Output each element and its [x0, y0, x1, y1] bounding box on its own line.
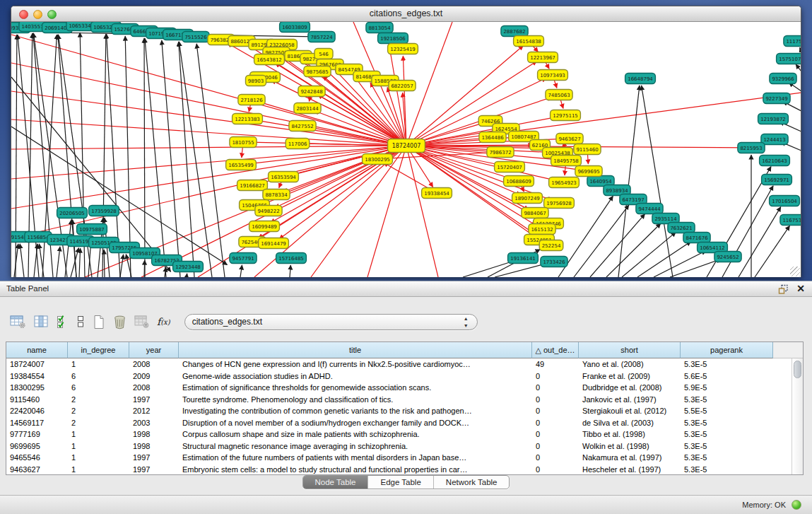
- table-cell[interactable]: 2003: [129, 417, 179, 429]
- graph-node[interactable]: 1733426: [541, 257, 567, 267]
- graph-node[interactable]: 98903: [246, 76, 266, 86]
- graph-node[interactable]: 8215953: [738, 143, 765, 153]
- table-cell[interactable]: Structural magnetic resonance image aver…: [179, 440, 532, 452]
- table-cell[interactable]: 1: [68, 358, 129, 370]
- table-row[interactable]: 946554611997Estimation of the future num…: [6, 452, 792, 464]
- table-cell[interactable]: 18300295: [6, 382, 68, 394]
- table-cell[interactable]: Estimation of the future numbers of pati…: [179, 452, 532, 464]
- graph-node[interactable]: 117006: [286, 139, 310, 149]
- graph-node[interactable]: 9463627: [556, 134, 583, 144]
- graph-node[interactable]: 10973493: [538, 70, 568, 81]
- table-cell[interactable]: 9777169: [6, 428, 68, 440]
- table-cell[interactable]: Dudbridge et al. (2008): [579, 382, 681, 394]
- graph-node[interactable]: 9474444: [636, 204, 663, 214]
- table-cell[interactable]: Tibbo et al. (1998): [579, 428, 681, 440]
- graph-node[interactable]: 18300295: [363, 154, 393, 165]
- close-button[interactable]: [19, 10, 28, 19]
- table-row[interactable]: 2242004622012Investigating the contribut…: [6, 405, 792, 417]
- show-columns-icon[interactable]: [34, 313, 49, 330]
- graph-node[interactable]: 9245652: [714, 252, 741, 262]
- graph-node[interactable]: 8427552: [289, 121, 316, 132]
- tab-edge-table[interactable]: Edge Table: [368, 476, 433, 489]
- column-header-title[interactable]: title: [179, 342, 532, 358]
- graph-node[interactable]: 15692971: [762, 175, 792, 185]
- graph-node[interactable]: 9227349: [763, 93, 790, 104]
- table-cell[interactable]: 2: [68, 405, 129, 417]
- graph-node[interactable]: 1065334: [66, 22, 93, 31]
- graph-node[interactable]: 7515526: [182, 32, 209, 42]
- table-cell[interactable]: 0: [532, 464, 579, 476]
- table-cell[interactable]: 1: [68, 428, 129, 440]
- table-cell[interactable]: 18724007: [6, 358, 68, 370]
- graph-node[interactable]: 7857224: [308, 32, 335, 42]
- table-cell[interactable]: Franke et al. (2009): [579, 370, 681, 382]
- table-row[interactable]: 1456911722003Disruption of a novel membe…: [6, 417, 792, 429]
- graph-node[interactable]: 20206505: [57, 208, 88, 218]
- graph-node[interactable]: 16543812: [254, 54, 285, 65]
- graph-node[interactable]: 1167533: [780, 215, 801, 226]
- table-cell[interactable]: Hescheler et al. (1997): [579, 464, 681, 476]
- graph-node[interactable]: 19756928: [544, 198, 575, 209]
- graph-node[interactable]: 18907249: [512, 193, 543, 204]
- table-cell[interactable]: Nakamura et al. (1997): [579, 452, 681, 464]
- graph-node[interactable]: 7632621: [668, 223, 695, 233]
- table-cell[interactable]: 22420046: [6, 405, 68, 417]
- network-window-titlebar[interactable]: citations_edges.txt: [11, 6, 801, 22]
- table-cell[interactable]: 5.3E-5: [681, 394, 773, 406]
- graph-node[interactable]: 8878334: [263, 189, 290, 200]
- table-row[interactable]: 1938455462009Genome-wide association stu…: [6, 370, 792, 382]
- graph-node[interactable]: 9457791: [230, 253, 257, 264]
- float-panel-icon[interactable]: [778, 284, 789, 295]
- table-cell[interactable]: Wolkin et al. (1998): [579, 440, 681, 452]
- column-header-short[interactable]: short: [579, 342, 681, 358]
- table-cell[interactable]: 5.6E-5: [681, 370, 773, 382]
- delete-column-icon[interactable]: [134, 313, 149, 330]
- table-cell[interactable]: Yano et al. (2008): [579, 358, 681, 370]
- graph-node[interactable]: 8813054: [366, 23, 393, 33]
- table-row[interactable]: 977716911998Corpus callosum shape and si…: [6, 428, 792, 440]
- graph-node[interactable]: 17016504: [770, 196, 800, 206]
- tab-network-table[interactable]: Network Table: [434, 476, 510, 489]
- minimize-button[interactable]: [33, 10, 42, 19]
- graph-node[interactable]: 8471676: [683, 233, 710, 243]
- graph-node[interactable]: 19338454: [422, 188, 452, 199]
- graph-node[interactable]: 12923448: [173, 262, 204, 272]
- table-cell[interactable]: 2012: [129, 405, 179, 417]
- graph-node[interactable]: 16099489: [249, 221, 280, 232]
- table-source-select[interactable]: citations_edges.txt ▲▼: [184, 314, 478, 330]
- table-cell[interactable]: 5.3E-5: [681, 428, 773, 440]
- table-cell[interactable]: 9699695: [6, 440, 68, 452]
- column-header-in_degree[interactable]: in_degree: [68, 342, 129, 358]
- network-canvas[interactable]: 1872400718300295189355414035572069140610…: [11, 22, 801, 277]
- graph-node[interactable]: 16914479: [259, 238, 289, 249]
- table-cell[interactable]: Genome-wide association studies in ADHD.: [179, 370, 532, 382]
- table-cell[interactable]: 49: [532, 358, 579, 370]
- close-panel-icon[interactable]: ✕: [796, 283, 805, 294]
- graph-node[interactable]: 12325419: [388, 44, 418, 54]
- select-columns-icon[interactable]: [57, 313, 69, 330]
- graph-node[interactable]: 15716485: [276, 253, 307, 264]
- window-resize-grip[interactable]: [790, 267, 800, 276]
- table-row[interactable]: 911546021997Tourette syndrome. Phenomeno…: [6, 394, 792, 406]
- graph-node[interactable]: 9875685: [304, 66, 331, 77]
- graph-node[interactable]: 15751074: [777, 54, 801, 64]
- network-window[interactable]: citations_edges.txt 18724007183002951893…: [11, 6, 801, 277]
- table-cell[interactable]: 5.3E-5: [681, 464, 773, 476]
- graph-node[interactable]: 7485063: [546, 90, 572, 100]
- table-cell[interactable]: 1: [68, 452, 129, 464]
- table-cell[interactable]: Estimation of significance thresholds fo…: [179, 382, 532, 394]
- graph-node[interactable]: 1117534: [784, 36, 801, 47]
- graph-node[interactable]: 19218506: [378, 33, 408, 44]
- column-header-out_de[interactable]: △ out_de…: [532, 342, 579, 358]
- table-cell[interactable]: 0: [532, 428, 579, 440]
- table-row[interactable]: 969969511998Structural magnetic resonanc…: [6, 440, 792, 452]
- graph-node[interactable]: 12975115: [551, 110, 581, 121]
- table-cell[interactable]: 1997: [129, 464, 179, 476]
- graph-node[interactable]: 16648794: [625, 74, 656, 84]
- graph-node[interactable]: 16033809: [280, 22, 310, 33]
- table-cell[interactable]: 2: [68, 394, 129, 406]
- table-scrollbar-thumb[interactable]: [794, 361, 801, 378]
- graph-node[interactable]: 12193872: [758, 114, 789, 124]
- table-cell[interactable]: 0: [532, 440, 579, 452]
- graph-node[interactable]: 252254: [539, 240, 563, 251]
